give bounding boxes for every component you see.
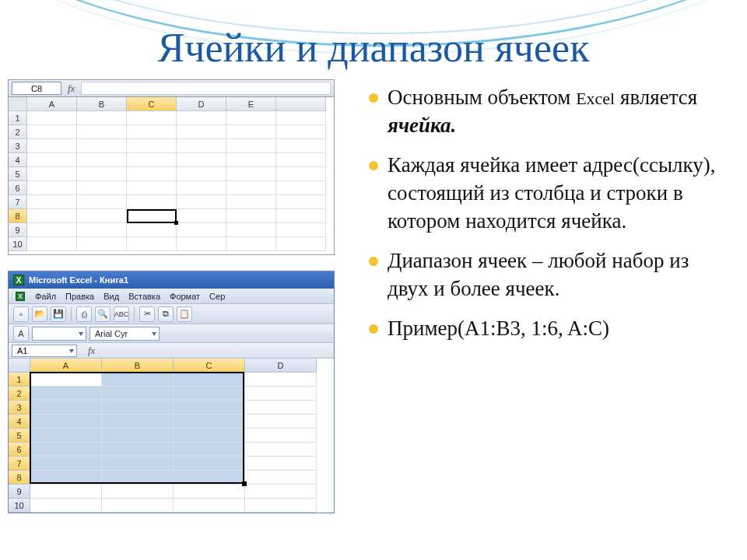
cell[interactable] [30,401,102,415]
cell[interactable] [77,195,127,209]
paste-icon[interactable]: 📋 [177,306,192,322]
row-header[interactable]: 5 [9,167,27,181]
cell[interactable] [102,471,174,485]
cell[interactable] [77,139,127,153]
cell[interactable] [102,499,174,513]
cell[interactable] [174,485,245,499]
spellcheck-icon[interactable]: ABC [114,306,129,322]
cell[interactable] [127,153,177,167]
save-icon[interactable]: 💾 [51,306,66,322]
copy-icon[interactable]: ⧉ [158,306,174,322]
cell[interactable] [27,139,77,153]
style-dropdown[interactable] [32,327,86,341]
cell[interactable] [30,457,102,471]
cell[interactable] [102,443,174,457]
cell[interactable] [127,195,177,209]
column-header[interactable]: B [102,359,174,373]
row-header[interactable]: 7 [9,195,27,209]
row-header[interactable]: 6 [9,181,27,195]
cell[interactable] [127,181,177,195]
cell[interactable] [127,209,177,223]
cell[interactable] [174,429,245,443]
cell[interactable] [245,415,317,429]
cell[interactable] [30,471,102,485]
name-box[interactable]: A1 [12,345,77,357]
cell[interactable] [276,181,326,195]
row-header[interactable]: 4 [9,153,27,167]
column-header[interactable]: C [174,359,245,373]
cell[interactable] [276,125,326,139]
cell[interactable] [127,223,177,237]
cell[interactable] [174,457,245,471]
cell[interactable] [30,373,102,387]
cell[interactable] [177,237,226,251]
cell[interactable] [127,125,177,139]
cell[interactable] [102,401,174,415]
cell[interactable] [276,139,326,153]
cell[interactable] [77,153,127,167]
row-header[interactable]: 2 [9,387,30,401]
cell[interactable] [127,167,177,181]
row-header[interactable]: 6 [9,443,30,457]
cell[interactable] [27,111,77,125]
font-dropdown[interactable]: Arial Cyr [89,327,160,341]
row-header[interactable]: 8 [9,209,27,223]
cell[interactable] [27,125,77,139]
row-header[interactable]: 7 [9,457,30,471]
cell[interactable] [30,429,102,443]
row-header[interactable]: 3 [9,139,27,153]
new-icon[interactable]: ▫ [13,306,29,322]
cell[interactable] [226,111,276,125]
row-header[interactable]: 5 [9,429,30,443]
menu-view[interactable]: Вид [103,292,119,301]
cell[interactable] [245,485,317,499]
column-header[interactable]: D [245,359,317,373]
menu-format[interactable]: Формат [170,292,200,301]
cell[interactable] [127,139,177,153]
fx-icon[interactable]: fx [88,345,95,357]
cell[interactable] [276,209,326,223]
cell[interactable] [226,209,276,223]
cell[interactable] [30,499,102,513]
cell[interactable] [174,471,245,485]
row-header[interactable]: 10 [9,499,30,513]
cell[interactable] [245,429,317,443]
column-header[interactable]: D [177,97,226,111]
cell[interactable] [174,499,245,513]
cell[interactable] [102,429,174,443]
cell[interactable] [77,125,127,139]
cell[interactable] [102,457,174,471]
cell[interactable] [77,209,127,223]
cell[interactable] [30,387,102,401]
cell[interactable] [226,195,276,209]
column-header[interactable]: E [226,97,276,111]
cell[interactable] [226,125,276,139]
column-header[interactable] [276,97,326,111]
column-header[interactable]: B [77,97,127,111]
cell[interactable] [127,111,177,125]
cell[interactable] [102,373,174,387]
column-header[interactable]: A [30,359,102,373]
cell[interactable] [177,181,226,195]
row-header[interactable]: 3 [9,401,30,415]
cell[interactable] [174,387,245,401]
cell[interactable] [177,167,226,181]
cut-icon[interactable]: ✂ [139,306,155,322]
select-all-corner[interactable] [9,97,27,111]
name-box[interactable]: C8 [12,82,61,95]
row-header[interactable]: 9 [9,485,30,499]
cell[interactable] [245,499,317,513]
cell[interactable] [27,209,77,223]
row-header[interactable]: 4 [9,415,30,429]
cell[interactable] [77,223,127,237]
cell[interactable] [127,237,177,251]
menu-file[interactable]: Файл [35,292,56,301]
cell[interactable] [177,153,226,167]
cell[interactable] [245,457,317,471]
cell[interactable] [77,181,127,195]
cell[interactable] [174,373,245,387]
cell[interactable] [102,387,174,401]
column-header[interactable]: C [127,97,177,111]
cell[interactable] [276,195,326,209]
cell[interactable] [226,167,276,181]
